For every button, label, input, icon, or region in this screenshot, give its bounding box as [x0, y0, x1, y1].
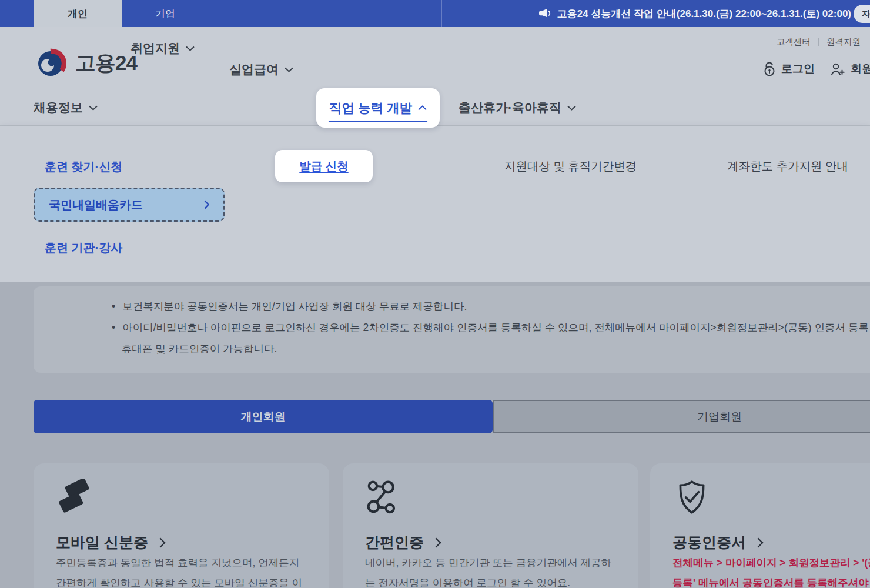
share-nodes-icon [365, 479, 404, 517]
remote-support-link[interactable]: 원격지원 [826, 36, 861, 48]
utility-divider [818, 38, 819, 46]
nav-label: 채용정보 [34, 99, 83, 116]
site-tab-individual[interactable]: 개인 [34, 0, 122, 27]
chevron-right-icon [431, 538, 441, 548]
certificate-notice-box: 보건복지분야 공동인증서는 개인/기업 사업장 회원 대상 무료로 제공합니다.… [34, 286, 870, 373]
logo[interactable]: 고용24 [36, 48, 137, 78]
topbar-separator [441, 0, 442, 27]
login-card-joint-certificate[interactable]: 공동인증서 전체메뉴 > 마이페이지 > 회원정보관리 > '(공동) 인증서 … [650, 463, 870, 588]
chevron-down-icon [186, 46, 195, 51]
card-description: 네이버, 카카오 등 민간기관 또는 금융기관에서 제공하는 전자서명을 이용하… [365, 553, 619, 588]
card-description-emphasis: 전체메뉴 > 마이페이지 > 회원정보관리 > '(공동) 인증서 등록' 메뉴… [672, 553, 870, 588]
top-bar: 개인 기업 고용24 성능개선 작업 안내(26.1.30.(금) 22:00~… [0, 0, 870, 27]
nav-item-job-support[interactable]: 취업지원 [130, 40, 195, 56]
nav-label: 출산휴가·육아휴직 [459, 99, 561, 116]
member-tab-corporate[interactable]: 기업회원 [493, 400, 870, 433]
menu-item-training-search[interactable]: 훈련 찾기·신청 [45, 159, 122, 175]
topbar-separator [209, 0, 209, 27]
megaphone-icon [538, 8, 551, 19]
notice-bullet: 보건복지분야 공동인증서는 개인/기업 사업장 회원 대상 무료로 제공합니다. [112, 299, 467, 313]
nav-item-vocational-development[interactable]: 직업 능력 개발 [316, 88, 440, 128]
dimmed-page-content: 보건복지분야 공동인증서는 개인/기업 사업장 회원 대상 무료로 제공합니다.… [0, 282, 870, 588]
auth-links: 로그인 회원가입 [763, 61, 870, 76]
customer-center-link[interactable]: 고객센터 [777, 36, 811, 48]
maintenance-announcement-link[interactable]: 고용24 성능개선 작업 안내(26.1.30.(금) 22:00~26.1.3… [538, 0, 851, 27]
login-label: 로그인 [781, 61, 815, 76]
notice-bullet-continued: 휴대폰 및 카드인증이 가능합니다. [122, 342, 277, 356]
card-title: 간편인증 [365, 533, 440, 552]
login-card-simple-auth[interactable]: 간편인증 네이버, 카카오 등 민간기관 또는 금융기관에서 제공하는 전자서명… [343, 463, 638, 588]
signup-label: 회원가입 [851, 61, 870, 76]
login-button[interactable]: 로그인 [763, 61, 815, 76]
active-nav-underline [329, 121, 427, 123]
nav-item-employment-info[interactable]: 채용정보 [34, 99, 98, 116]
chevron-down-icon [567, 105, 576, 111]
announcement-text: 고용24 성능개선 작업 안내(26.1.30.(금) 22:00~26.1.3… [557, 7, 851, 21]
chevron-right-icon [155, 538, 165, 548]
person-plus-icon [830, 62, 845, 76]
announcement-detail-button[interactable]: 자세히보기 [854, 5, 870, 23]
menu-item-label: 국민내일배움카드 [49, 197, 143, 213]
notice-bullet: 아이디/비밀번호나 아이핀으로 로그인하신 경우에는 2차인증도 진행해야 인증… [112, 320, 869, 335]
submenu-item-card-issuance[interactable]: 발급 신청 [275, 150, 373, 182]
page: 개인 기업 고용24 성능개선 작업 안내(26.1.30.(금) 22:00~… [0, 0, 870, 588]
card-title: 공동인증서 [672, 533, 762, 552]
menu-item-training-institutions[interactable]: 훈련 기관·강사 [45, 240, 122, 256]
menu-divider [253, 135, 253, 270]
chevron-right-icon [204, 200, 209, 209]
nav-item-maternity-parental-leave[interactable]: 출산휴가·육아휴직 [459, 99, 576, 116]
signup-button[interactable]: 회원가입 [830, 61, 870, 76]
site-tab-corporate[interactable]: 기업 [122, 0, 209, 27]
layers-icon [56, 479, 95, 517]
shield-check-icon [672, 479, 711, 517]
card-description: 주민등록증과 동일한 법적 효력을 지녔으며, 언제든지 간편하게 확인하고 사… [56, 553, 310, 588]
chevron-down-icon [285, 67, 293, 72]
lock-icon [763, 62, 776, 76]
submenu-item-account-limit-info[interactable]: 계좌한도 추가지원 안내 [727, 158, 848, 174]
submenu-item-support-target-change[interactable]: 지원대상 및 휴직기간변경 [504, 158, 637, 174]
nav-item-unemployment-benefits[interactable]: 실업급여 [229, 61, 293, 78]
chevron-up-icon [418, 105, 427, 111]
logo-text: 고용24 [75, 49, 137, 77]
utility-links: 고객센터 원격지원 [777, 36, 861, 48]
login-card-mobile-id[interactable]: 모바일 신분증 주민등록증과 동일한 법적 효력을 지녔으며, 언제든지 간편하… [34, 463, 329, 588]
mega-menu: 훈련 찾기·신청 국민내일배움카드 훈련 기관·강사 발급 신청 지원대상 및 … [0, 126, 870, 282]
site-header: 고객센터 원격지원 고용24 [0, 27, 870, 126]
chevron-down-icon [89, 105, 98, 111]
card-title: 모바일 신분증 [56, 533, 164, 552]
nav-label: 취업지원 [130, 40, 180, 56]
chevron-right-icon [754, 538, 764, 548]
gov-emblem-icon [36, 48, 66, 78]
menu-item-tomorrow-learning-card[interactable]: 국민내일배움카드 [34, 188, 225, 222]
nav-label: 직업 능력 개발 [329, 99, 412, 116]
member-tab-individual[interactable]: 개인회원 [34, 400, 493, 433]
nav-label: 실업급여 [229, 61, 279, 78]
